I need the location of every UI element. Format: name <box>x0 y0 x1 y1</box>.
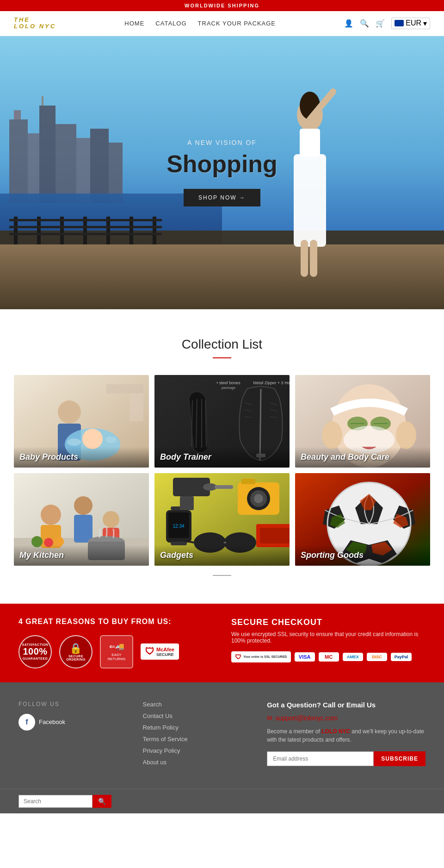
svg-point-81 <box>254 494 263 503</box>
svg-text:12:34: 12:34 <box>173 524 184 529</box>
svg-rect-29 <box>310 240 317 277</box>
reasons-icons: SATISFACTION 100% GUARANTEED 🔒 SECURE OR… <box>18 635 213 668</box>
email-subscribe-input[interactable] <box>267 751 374 766</box>
returns-label: RETURNS <box>108 657 126 661</box>
nav-track[interactable]: TRACK YOUR PACKAGE <box>198 20 276 27</box>
top-banner: WORLDWIDE SHIPPING <box>0 0 444 11</box>
footer-return-link[interactable]: Return Policy <box>143 724 249 731</box>
collection-item-beauty[interactable]: Beauty and Body Care <box>295 375 430 468</box>
footer-search-input[interactable] <box>18 795 92 808</box>
footer-email-row: ✉ support@lolonyc.com <box>267 714 426 722</box>
facebook-button[interactable]: f Facebook <box>18 714 124 731</box>
reasons-column: 4 GREAT REASONS TO BUY FROM US: SATISFAC… <box>18 618 213 668</box>
email-icon: ✉ <box>267 714 272 722</box>
arrow-icon: → <box>239 194 246 201</box>
svg-rect-27 <box>294 154 326 247</box>
svg-text:• steel bones: • steel bones <box>216 381 240 385</box>
nav-catalog[interactable]: CATALOG <box>155 20 186 27</box>
paypal-badge: PayPal <box>391 653 412 661</box>
collection-section: Collection List <box>0 309 444 604</box>
collection-item-gadgets[interactable]: 12:34 Gadgets <box>154 473 290 566</box>
collection-item-kitchen[interactable]: My Kitchen <box>14 473 149 566</box>
svg-rect-6 <box>56 124 76 203</box>
search-icon[interactable]: 🔍 <box>360 19 369 28</box>
footer-links-section: Search Contact Us Return Policy Terms of… <box>143 701 249 770</box>
footer: FOLLOW US f Facebook Search Contact Us R… <box>0 682 444 789</box>
ssl-badge: 🛡 Your order is SSL SECURED <box>231 651 291 662</box>
payment-row: 🛡 Your order is SSL SECURED VISA MC AMEX… <box>231 651 426 662</box>
footer-member-text: Become a member of LOLO NYC and we'll ke… <box>267 727 426 744</box>
svg-point-66 <box>41 505 61 525</box>
easy-return-badge: ⇐🚚 EASY RETURNS <box>100 635 133 668</box>
shop-now-label: SHOP NOW <box>198 194 236 201</box>
svg-point-62 <box>322 421 342 449</box>
footer-search-button[interactable]: 🔍 <box>92 795 111 808</box>
easy-label: EASY <box>111 653 121 657</box>
svg-point-34 <box>82 429 103 449</box>
svg-point-63 <box>396 421 416 449</box>
collection-grid: Baby Products • steel bones package Meta… <box>14 375 430 566</box>
ordering-label: ORDERING <box>66 658 86 661</box>
red-section: 4 GREAT REASONS TO BUY FROM US: SATISFAC… <box>0 604 444 682</box>
sporting-label: Sporting Goods <box>295 545 430 566</box>
user-icon[interactable]: 👤 <box>344 19 353 28</box>
hero-subtitle: A NEW VISION OF <box>166 139 278 146</box>
secure-title: SECURE CHECKOUT <box>231 618 426 627</box>
svg-rect-8 <box>90 129 109 203</box>
footer-search-form: 🔍 <box>18 795 111 808</box>
member-text1: Become a member of <box>267 728 321 735</box>
svg-point-68 <box>74 496 92 515</box>
ssl-text: Your order is SSL SECURED <box>243 655 287 658</box>
svg-rect-37 <box>130 393 143 421</box>
site-logo[interactable]: THE LOLO NYC <box>14 17 56 30</box>
section-bottom-divider <box>213 575 231 576</box>
svg-rect-26 <box>300 129 320 156</box>
svg-rect-3 <box>39 106 56 203</box>
secure-column: SECURE CHECKOUT We use encrypted SSL sec… <box>231 618 426 662</box>
svg-rect-94 <box>260 528 290 543</box>
collection-item-baby[interactable]: Baby Products <box>14 375 149 468</box>
mcafee-name: McAfee <box>156 647 174 652</box>
mcafee-badge: 🛡 McAfee SECURE <box>141 643 179 660</box>
amex-badge: AMEX <box>343 653 363 661</box>
svg-rect-4 <box>14 110 21 119</box>
contact-title: Got a Question? Call or Email Us <box>267 701 426 709</box>
subscribe-button[interactable]: SUBSCRIBE <box>374 751 426 766</box>
secure-subtitle: We use encrypted SSL security to ensure … <box>231 631 426 644</box>
svg-rect-82 <box>241 479 255 484</box>
mcafee-text: McAfee SECURE <box>156 647 174 657</box>
cart-icon[interactable]: 🛒 <box>376 19 385 28</box>
satisfaction-percent: 100% <box>23 646 47 657</box>
collection-divider <box>213 357 231 358</box>
footer-terms-link[interactable]: Terms of Service <box>143 736 249 743</box>
ssl-label: Your order is SSL SECURED <box>243 655 287 658</box>
logo-line1: THE <box>14 17 56 23</box>
beauty-label: Beauty and Body Care <box>295 447 430 468</box>
svg-rect-12 <box>0 244 444 309</box>
satisfaction-label: SATISFACTION <box>22 643 49 646</box>
collection-title: Collection List <box>14 337 430 352</box>
facebook-icon: f <box>18 714 35 731</box>
currency-selector[interactable]: EUR ▾ <box>391 18 430 29</box>
svg-rect-21 <box>9 226 162 228</box>
hero-title: Shopping <box>166 150 278 178</box>
svg-rect-20 <box>9 219 162 221</box>
footer-contact-link[interactable]: Contact Us <box>143 712 249 719</box>
baby-label: Baby Products <box>14 447 149 468</box>
footer-privacy-link[interactable]: Privacy Policy <box>143 747 249 754</box>
nav-home[interactable]: HOME <box>124 20 144 27</box>
follow-us-title: FOLLOW US <box>18 701 124 707</box>
collection-item-sporting[interactable]: Sporting Goods <box>295 473 430 566</box>
footer-bottom: 🔍 <box>0 789 444 813</box>
footer-contact-section: Got a Question? Call or Email Us ✉ suppo… <box>267 701 426 766</box>
footer-subscribe-form: SUBSCRIBE <box>267 751 426 766</box>
visa-badge: VISA <box>295 652 315 662</box>
svg-rect-7 <box>76 138 90 203</box>
nav-links: HOME CATALOG TRACK YOUR PACKAGE <box>124 20 276 27</box>
currency-label: EUR <box>406 19 421 27</box>
shop-now-button[interactable]: SHOP NOW → <box>184 189 260 206</box>
navbar: THE LOLO NYC HOME CATALOG TRACK YOUR PAC… <box>0 11 444 36</box>
footer-search-link[interactable]: Search <box>143 701 249 708</box>
footer-about-link[interactable]: About us <box>143 759 249 766</box>
collection-item-body-trainer[interactable]: • steel bones package Metal Zipper + 3 H… <box>154 375 290 468</box>
